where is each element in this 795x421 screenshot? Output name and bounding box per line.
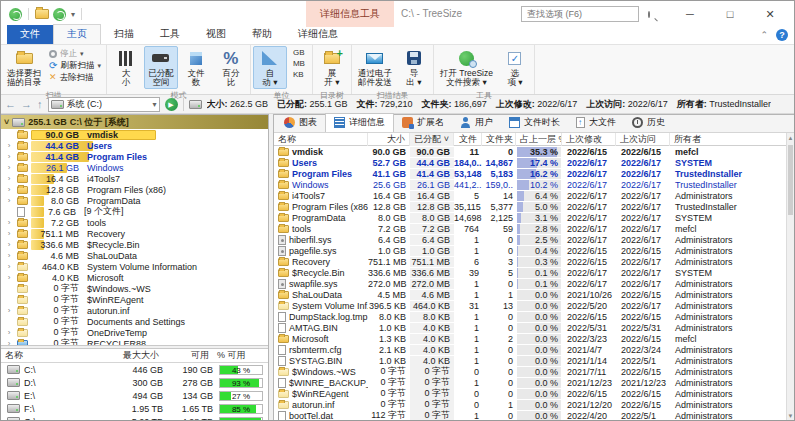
scroll-up-icon[interactable]: ▲ xyxy=(787,133,794,143)
start-scan-button[interactable]: ▶ xyxy=(165,98,178,111)
collapse-expander-icon[interactable]: ˅ xyxy=(4,117,9,127)
table-row-DumpStack.log.tmp[interactable]: DumpStack.log.tmp8.0 KB8.0 KB100.0 %2022… xyxy=(274,311,794,322)
expander-icon[interactable]: › xyxy=(1,328,17,337)
tree-item-Windows[interactable]: ›26.1 GBWindows xyxy=(1,162,268,173)
ribbon-tab-工具[interactable]: 工具 xyxy=(147,25,193,44)
tree-item-Program Files (x86)[interactable]: ›12.8 GBProgram Files (x86) xyxy=(1,184,268,195)
tree-item-$Recycle.Bin[interactable]: ›336.6 MB$Recycle.Bin xyxy=(1,239,268,250)
drive-row-E:[interactable]: E:\494 GB134 GB27 % xyxy=(1,389,268,402)
ribbon-tab-视图[interactable]: 视图 xyxy=(193,25,239,44)
gb-unit-button[interactable]: GB xyxy=(288,48,310,58)
table-row-rsbmterm.cfg[interactable]: rsbmterm.cfg2.1 KB4.0 KB100.0 %2021/4/72… xyxy=(274,344,794,355)
back-button[interactable]: ← xyxy=(5,99,16,110)
table-row-Recovery[interactable]: Recovery751.1 MB751.1 MB630.3 %2022/6/15… xyxy=(274,256,794,267)
expander-icon[interactable]: › xyxy=(1,185,17,194)
expander-icon[interactable]: › xyxy=(1,306,17,315)
table-row-Program Files[interactable]: Program Files41.1 GB41.4 GB53,1485,18316… xyxy=(274,168,794,179)
vertical-scrollbar[interactable]: ▲ ▼ xyxy=(786,133,794,421)
tree-item-Users[interactable]: ›44.4 GBUsers xyxy=(1,140,268,151)
view-tab-历史[interactable]: 历史 xyxy=(624,114,673,132)
help-icon[interactable]: ? xyxy=(776,29,788,41)
forward-button[interactable]: → xyxy=(21,99,32,110)
mb-unit-button[interactable]: MB xyxy=(288,59,310,69)
table-row-Users[interactable]: Users52.7 GB44.4 GB184,0..14,86717.4 %20… xyxy=(274,157,794,168)
tree-root-row[interactable]: ˅ 255.1 GB C:\ 位于 [系统] xyxy=(1,115,268,129)
expander-icon[interactable]: › xyxy=(1,240,17,249)
ribbon-tab-主页[interactable]: 主页 xyxy=(53,24,101,44)
col-allocated[interactable]: 已分配 ˅ xyxy=(410,133,454,146)
expander-icon[interactable]: › xyxy=(1,273,17,282)
options-button[interactable]: ✓选 项 ▾ xyxy=(498,46,532,89)
expander-icon[interactable]: › xyxy=(1,251,17,260)
ribbon-tab-扫描[interactable]: 扫描 xyxy=(101,25,147,44)
drives-col-pct[interactable]: % 可用 xyxy=(213,349,263,362)
view-tab-扩展名[interactable]: 扩展名 xyxy=(394,114,452,132)
tree-item-System Volume Information[interactable]: ›464.0 KBSystem Volume Information xyxy=(1,261,268,272)
expander-icon[interactable]: › xyxy=(1,339,17,345)
expander-icon[interactable]: › xyxy=(1,229,17,238)
expander-icon[interactable]: › xyxy=(1,174,17,183)
expander-icon[interactable]: › xyxy=(1,218,17,227)
drive-list-header[interactable]: 名称 最大大小 可用 % 可用 xyxy=(1,349,268,363)
tree-item-ProgramData[interactable]: ›8.0 GBProgramData xyxy=(1,195,268,206)
drive-row-C:[interactable]: C:\446 GB190 GB43 % xyxy=(1,363,268,376)
view-tab-图表[interactable]: 图表 xyxy=(276,114,325,132)
expander-icon[interactable]: › xyxy=(1,152,17,161)
ribbon-tab-帮助[interactable]: 帮助 xyxy=(239,25,285,44)
select-scan-directory-button[interactable]: 选择要扫 描的目录 xyxy=(3,46,45,89)
col-folders[interactable]: 文件夹 xyxy=(482,133,516,146)
col-name[interactable]: 名称 xyxy=(274,133,368,146)
chevron-down-icon[interactable]: ▾ xyxy=(71,10,75,19)
remove-scan-button[interactable]: ✕去除扫描 xyxy=(46,72,104,83)
col-files[interactable]: 文件 xyxy=(454,133,482,146)
treesize-quick-icon[interactable] xyxy=(53,8,66,21)
ribbon-tab-文件[interactable]: 文件 xyxy=(7,25,53,44)
col-last-accessed[interactable]: 上次访问 xyxy=(616,133,670,146)
file-count-mode-button[interactable]: 文件 数 xyxy=(179,46,213,89)
expand-button[interactable]: 展 开 ▾ xyxy=(315,46,349,89)
tree-item-vmdisk[interactable]: 90.0 GBvmdisk xyxy=(1,129,268,140)
table-row-System Volume Inf..[interactable]: System Volume Inf..396.5 KB464.0 KB31130… xyxy=(274,300,794,311)
open-treesize-search-button[interactable]: 打开 TreeSize 文件搜索 ▾ xyxy=(436,46,497,89)
table-row-Program Files (x86)[interactable]: Program Files (x86)12.8 GB12.8 GB35,1155… xyxy=(274,201,794,212)
col-percent-of-parent[interactable]: 占上一层 %.. xyxy=(516,133,562,146)
table-row-$Windows.~WS[interactable]: $Windows.~WS0 字节0 字节000.0 %2021/7/112022… xyxy=(274,366,794,377)
export-button[interactable]: 导 出 ▾ xyxy=(397,46,431,89)
table-row-ShaLouData[interactable]: ShaLouData4.5 MB4.6 MB110.0 %2021/10/262… xyxy=(274,289,794,300)
minimize-button[interactable]: ─ xyxy=(670,1,710,27)
drives-col-max[interactable]: 最大大小 xyxy=(107,349,163,362)
view-tab-详细信息[interactable]: 详细信息 xyxy=(325,113,394,132)
tree-item-tools[interactable]: ›7.2 GBtools xyxy=(1,217,268,228)
drive-row-G:[interactable]: G:\5.00 TB4.98 TB98 % xyxy=(1,415,268,421)
tree-item-[9 个文件][interactable]: 7.6 GB[9 个文件] xyxy=(1,206,268,217)
table-row-Microsoft[interactable]: Microsoft1.3 KB4.0 KB120.0 %2022/3/23202… xyxy=(274,333,794,344)
find-options-search[interactable] xyxy=(521,6,639,22)
table-row-bootTel.dat[interactable]: bootTel.dat112 字节0 字节100.0 %2022/4/20202… xyxy=(274,410,794,421)
table-row-vmdisk[interactable]: vmdisk90.0 GB90.0 GB11035.3 %2022/6/1520… xyxy=(274,146,794,157)
tree-item-i4Tools7[interactable]: ›16.4 GBi4Tools7 xyxy=(1,173,268,184)
col-size[interactable]: 大小 xyxy=(368,133,410,146)
kb-unit-button[interactable]: KB xyxy=(288,70,310,80)
table-row-autorun.inf[interactable]: autorun.inf0 字节0 字节010.0 %2021/12/202022… xyxy=(274,399,794,410)
view-tab-大文件[interactable]: 大文件 xyxy=(568,114,624,132)
table-row-$WINRE_BACKUP_...[interactable]: $WINRE_BACKUP_...0 字节0 字节100.0 %2021/12/… xyxy=(274,377,794,388)
table-row-tools[interactable]: tools7.2 GB7.2 GB764592.8 %2022/6/172022… xyxy=(274,223,794,234)
search-input[interactable] xyxy=(525,8,646,20)
table-row-swapfile.sys[interactable]: swapfile.sys272.0 MB272.0 MB100.1 %2022/… xyxy=(274,278,794,289)
open-folder-icon[interactable] xyxy=(35,9,49,19)
expander-icon[interactable]: › xyxy=(1,262,17,271)
drive-select-combobox[interactable]: 系统 (C:) ▾ xyxy=(48,97,160,112)
tree-item-ShaLouData[interactable]: ›4.6 MBShaLouData xyxy=(1,250,268,261)
table-row-AMTAG.BIN[interactable]: AMTAG.BIN1.0 KB4.0 KB100.0 %2022/5/31202… xyxy=(274,322,794,333)
tree-item-RECYCLER88[interactable]: ›0 字节RECYCLER88 xyxy=(1,338,268,345)
details-table-header[interactable]: 名称 大小 已分配 ˅ 文件 文件夹 占上一层 %.. 上次修改 上次访问 所有… xyxy=(274,133,794,146)
expander-icon[interactable]: › xyxy=(1,196,17,205)
expander-icon[interactable]: › xyxy=(1,141,17,150)
drive-row-F:[interactable]: F:\1.95 TB1.65 TB85 % xyxy=(1,402,268,415)
table-row-ProgramData[interactable]: ProgramData8.0 GB8.0 GB14,6982,1253.1 %2… xyxy=(274,212,794,223)
scrollbar-thumb[interactable] xyxy=(788,145,793,215)
send-email-button[interactable]: 通过电子 邮件发送 xyxy=(354,46,396,89)
percent-mode-button[interactable]: %百分 比 xyxy=(214,46,248,89)
drive-row-D:[interactable]: D:\300 GB278 GB93 % xyxy=(1,376,268,389)
maximize-button[interactable]: □ xyxy=(710,1,750,27)
